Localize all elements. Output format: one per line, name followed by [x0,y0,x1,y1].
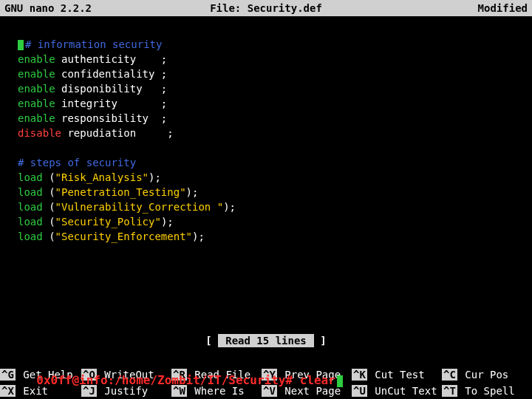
app-name: GNU nano 2.2.2 [4,0,152,16]
editor-line[interactable]: load ("Vulnerability_Correction "); [18,200,532,214]
shortcut-label: Cur Pos [459,369,508,381]
shortcut-key: ^G [0,369,16,381]
shortcut-label: To Spell [459,385,515,397]
editor-line[interactable]: enable integrity ; [18,96,532,111]
status-message: Read 15 lines [218,334,314,347]
editor-line[interactable] [18,140,532,155]
editor-line[interactable]: disable repudiation ; [18,126,532,140]
shortcut-ctrl-u[interactable]: ^U UnCut Text [352,383,442,399]
file-label: File: Security.def [152,0,380,16]
shell-prompt: 0x0ff@info:/home/Zombit/IT/Security# [36,373,299,387]
shortcut-label: UnCut Text [369,385,437,397]
editor-line[interactable]: enable confidentiality ; [18,66,532,81]
modified-flag: Modified [380,0,528,16]
shortcut-ctrl-k[interactable]: ^K Cut Test [352,366,442,383]
shortcut-label: Cut Test [369,369,425,381]
shortcut-ctrl-t[interactable]: ^T To Spell [442,383,532,399]
editor-line[interactable]: # information security [18,37,532,52]
shell-cursor [337,375,343,387]
shortcut-key: ^T [442,385,457,397]
editor-cursor [18,40,24,50]
status-bar: [ Read 15 lines ] [0,334,532,347]
editor-line[interactable]: enable responsibility ; [18,111,532,126]
shortcut-key: ^K [352,369,367,381]
shortcut-key: ^U [352,385,367,397]
editor-line[interactable]: load ("Security_Enforcement"); [18,229,532,244]
titlebar: GNU nano 2.2.2 File: Security.def Modifi… [0,0,532,16]
shell-command: clear [300,373,335,387]
editor-line[interactable]: load ("Risk_Analysis"); [18,170,532,185]
editor-line[interactable]: load ("Penetration_Testing"); [18,185,532,200]
editor-line[interactable]: load ("Security_Policy"); [18,214,532,229]
shortcut-key: ^X [0,385,16,397]
editor-area[interactable]: # information securityenable authenticit… [0,16,532,244]
editor-line[interactable]: # steps of security [18,155,532,170]
shortcut-key: ^C [442,369,457,381]
editor-line[interactable]: enable disponibility ; [18,81,532,96]
shell-prompt-overlay[interactable]: 0x0ff@info:/home/Zombit/IT/Security# cle… [22,359,343,387]
shortcut-ctrl-c[interactable]: ^C Cur Pos [442,366,532,383]
editor-line[interactable]: enable authenticity ; [18,52,532,66]
